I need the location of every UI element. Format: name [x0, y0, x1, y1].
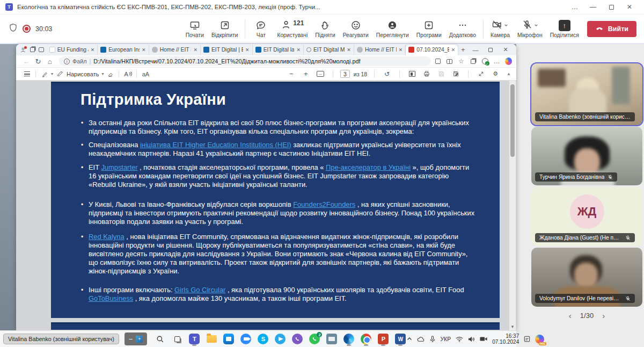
rotate-icon[interactable]: ↺ [382, 69, 392, 79]
unpin-button[interactable]: Відкріпити [208, 18, 241, 40]
slide-link[interactable]: Founders2Founders [293, 200, 355, 208]
video-tile[interactable]: ЖД Жданова Діана (Guest) (Не пе… [531, 187, 642, 246]
task-view-icon[interactable] [171, 332, 184, 346]
chevron-down-icon[interactable]: ▾ [101, 71, 104, 76]
tab-close-icon[interactable]: ✕ [245, 47, 250, 53]
info-icon[interactable]: i [64, 59, 70, 64]
telegram-icon[interactable] [274, 332, 287, 346]
favorites-star-icon[interactable]: ☆ [458, 58, 465, 65]
pdf-scrollbar[interactable]: ▼ [509, 81, 516, 330]
language-indicator[interactable]: УКР [440, 336, 451, 342]
home-icon[interactable]: ⌂ [44, 57, 56, 66]
slide-link[interactable]: Jumpstarter [101, 163, 137, 171]
chrome-icon[interactable] [360, 332, 372, 346]
hidden-icons-chevron[interactable] [407, 337, 412, 341]
table-of-contents-icon[interactable] [21, 69, 32, 79]
tab-groups-icon[interactable] [28, 46, 36, 54]
fullscreen-icon[interactable] [475, 69, 486, 79]
slide-link[interactable]: Пре-акселератор в Україні [326, 163, 411, 171]
chevron-down-icon[interactable] [534, 23, 538, 27]
translate-icon[interactable]: аА [140, 69, 151, 79]
file-explorer-icon[interactable] [205, 332, 218, 346]
settings-more-icon[interactable]: … [493, 58, 500, 65]
ms-store-icon[interactable] [222, 332, 235, 346]
raise-hand-button[interactable]: Підняти [311, 18, 339, 40]
slide-link[interactable]: GoToBusiness [89, 294, 133, 302]
tab-close-icon[interactable]: ✕ [91, 47, 95, 53]
volume-icon[interactable] [468, 336, 475, 342]
collapse-toolbar-icon[interactable]: ▲ [507, 71, 511, 76]
draw-pen-icon[interactable] [54, 69, 65, 79]
camera-button[interactable]: Камера [487, 18, 514, 40]
minimize-share-icon[interactable]: − [129, 335, 133, 343]
read-aloud-icon[interactable]: A [122, 69, 133, 79]
browser-tab[interactable]: European Inst✕ [98, 45, 149, 55]
more-button[interactable]: Додатково [445, 18, 480, 40]
taskbar-search-icon[interactable] [153, 332, 166, 346]
viber-icon[interactable] [291, 332, 304, 346]
refresh-icon[interactable]: ↻ [32, 57, 44, 66]
onedrive-cloud-icon[interactable] [417, 336, 425, 342]
video-tile[interactable]: Volodymyr Danilov (Не перевір… [531, 248, 642, 307]
browser-tab[interactable]: EU Funding &✕ [47, 45, 98, 55]
browser-tab[interactable]: EIT Digital | EI✕ [201, 45, 253, 55]
tab-close-icon[interactable]: ✕ [193, 47, 197, 53]
slide-link[interactable]: Red Kalyna [89, 233, 125, 241]
tab-close-icon[interactable]: ✕ [451, 47, 456, 53]
browser-profile-icon[interactable] [19, 46, 27, 54]
edge-icon[interactable] [342, 332, 355, 346]
notification-icon[interactable] [524, 336, 530, 342]
slide-link[interactable]: Girls Go Circular [174, 286, 225, 294]
tab-close-icon[interactable]: ✕ [142, 47, 146, 53]
copilot-icon[interactable] [505, 58, 512, 65]
vertical-tabs-icon[interactable] [38, 46, 46, 54]
react-button[interactable]: Реагувати [339, 18, 372, 40]
draw-label[interactable]: Нарисовать [67, 71, 99, 77]
save-as-icon[interactable] [450, 69, 461, 79]
browser-tab[interactable]: Home // EIT D✕ [149, 45, 201, 55]
pager-next-icon[interactable]: › [602, 311, 605, 320]
print-icon[interactable] [421, 69, 432, 79]
zoom-in-icon[interactable]: + [301, 69, 311, 79]
whatsapp-icon[interactable]: 2 [308, 332, 321, 346]
fit-width-icon[interactable]: ↔ [315, 69, 326, 79]
page-view-icon[interactable] [407, 69, 418, 79]
window-close-button[interactable]: ✕ [620, 0, 639, 14]
microphone-button[interactable]: Мікрофон [514, 18, 546, 40]
split-screen-icon[interactable] [446, 58, 453, 65]
page-number-input[interactable]: 3 [340, 70, 350, 78]
browser-tab[interactable]: EIT Digital lau✕ [253, 45, 304, 55]
chevron-down-icon[interactable]: ▾ [51, 71, 53, 76]
zoom-out-icon[interactable]: − [286, 69, 297, 79]
video-tile[interactable]: Турчин Ярина Богданівна [531, 127, 642, 185]
leave-button[interactable]: Вийти [587, 21, 636, 37]
highlight-icon[interactable] [39, 69, 50, 79]
window-maximize-button[interactable] [602, 0, 620, 14]
video-tile-speaker[interactable]: Vitalina Babenko (зовнішній корист… [531, 63, 642, 125]
wifi-icon[interactable] [456, 336, 463, 342]
skype-icon[interactable]: S [257, 332, 269, 346]
copilot-tray-icon[interactable]: PRE [535, 335, 544, 344]
tray-mic-icon[interactable] [430, 336, 435, 343]
browser-tab[interactable]: EIT Digital Ma✕ [304, 45, 354, 55]
chat-button[interactable]: Чат [248, 18, 273, 40]
browser-close-button[interactable]: ✕ [498, 45, 513, 55]
browser-tab[interactable]: Home // EIT D✕ [354, 45, 406, 55]
eraser-icon[interactable] [105, 69, 115, 79]
posts-app-icon[interactable] [325, 332, 338, 346]
pager-prev-icon[interactable]: ‹ [569, 311, 572, 320]
new-tab-button[interactable]: + [458, 45, 468, 55]
powerpoint-icon[interactable]: P [377, 332, 390, 346]
browser-essentials-icon[interactable] [481, 58, 488, 65]
share-control-bar[interactable]: − + [125, 332, 148, 345]
word-icon[interactable]: W [394, 332, 407, 346]
window-minimize-button[interactable]: — [584, 0, 602, 14]
browser-minimize-button[interactable]: — [468, 45, 483, 55]
start-button[interactable]: Почати [182, 18, 208, 40]
back-icon[interactable]: ← [20, 57, 32, 66]
tab-close-icon[interactable]: ✕ [296, 47, 301, 53]
tab-close-icon[interactable]: ✕ [399, 47, 403, 53]
apps-button[interactable]: Програми [413, 18, 445, 40]
scrollbar-thumb[interactable] [510, 84, 515, 157]
tab-close-icon[interactable]: ✕ [347, 47, 351, 53]
